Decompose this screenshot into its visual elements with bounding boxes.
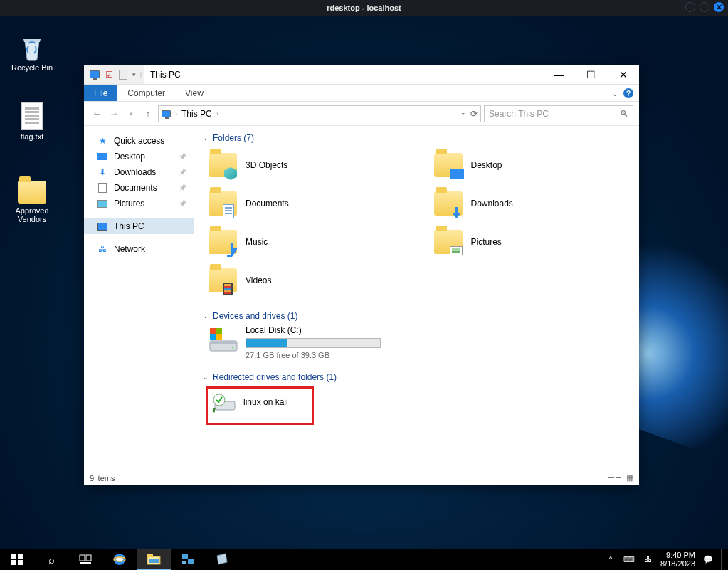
drive-usage-bar: [246, 338, 381, 348]
sidebar-item-label: Quick access: [114, 136, 164, 146]
sidebar-item-desktop[interactable]: Desktop: [84, 149, 194, 164]
chevron-right-icon[interactable]: ›: [216, 110, 218, 117]
ribbon-collapse-icon[interactable]: ⌄: [612, 90, 618, 97]
taskbar-ie-icon[interactable]: [102, 549, 137, 570]
status-bar: 9 items ☰☰ ▦: [84, 470, 639, 485]
redirected-drive-tile[interactable]: linux on kali: [206, 386, 314, 425]
tray-overflow-icon[interactable]: ^: [605, 554, 616, 565]
chevron-down-icon: ⌄: [203, 312, 209, 320]
taskbar-search-icon[interactable]: ⌕: [34, 549, 68, 570]
svg-rect-4: [216, 328, 222, 334]
forward-button[interactable]: →: [107, 107, 121, 121]
recent-locations-icon[interactable]: ▾: [124, 107, 138, 121]
folder-label: Videos: [246, 275, 271, 285]
section-header-redirected[interactable]: ⌄ Redirected drives and folders (1): [203, 369, 631, 385]
maximize-button[interactable]: ☐: [575, 65, 607, 85]
search-input[interactable]: [489, 109, 617, 119]
view-details-icon[interactable]: ☰☰: [608, 473, 622, 482]
ribbon-tab-file[interactable]: File: [84, 85, 117, 101]
folder-tile-pictures[interactable]: Pictures: [434, 224, 631, 260]
clock-date: 8/18/2023: [660, 559, 695, 568]
window-title: This PC: [144, 70, 543, 80]
download-icon: ⬇: [97, 167, 108, 178]
svg-point-2: [232, 347, 234, 349]
sidebar-item-pictures[interactable]: Pictures: [84, 196, 194, 211]
explorer-titlebar[interactable]: ☑ ▾ | This PC — ☐ ✕: [84, 65, 639, 85]
ribbon-tab-view[interactable]: View: [175, 85, 213, 101]
chevron-right-icon[interactable]: ›: [175, 110, 177, 117]
sidebar-item-downloads[interactable]: ⬇ Downloads: [84, 164, 194, 180]
taskbar-explorer-icon[interactable]: [137, 549, 171, 570]
folder-tile-desktop[interactable]: Desktop: [434, 147, 631, 183]
folder-icon: [209, 150, 238, 180]
ribbon: File Computer View ⌄ ?: [84, 85, 639, 102]
sidebar-item-this-pc[interactable]: This PC: [84, 218, 194, 234]
svg-rect-6: [216, 334, 222, 340]
drive-tile-local-disk[interactable]: Local Disk (C:) 27.1 GB free of 39.3 GB: [203, 324, 631, 369]
clock-time: 9:40 PM: [660, 551, 695, 559]
taskbar-clock[interactable]: 9:40 PM 8/18/2023: [660, 551, 695, 568]
this-pc-icon: [97, 221, 108, 232]
folder-tile-3d-objects[interactable]: 3D Objects: [209, 147, 406, 183]
sidebar-item-network[interactable]: 🖧 Network: [84, 241, 194, 257]
start-button[interactable]: [0, 549, 34, 570]
taskbar-app-icon[interactable]: [205, 549, 239, 570]
folder-icon: [209, 189, 238, 218]
desktop-icon-label: Approved Vendors: [4, 206, 60, 223]
sidebar-item-quick-access[interactable]: ★ Quick access: [84, 133, 194, 149]
notifications-icon[interactable]: 💬: [702, 554, 714, 565]
desktop-icon-recycle-bin[interactable]: Recycle Bin: [4, 33, 60, 72]
search-box[interactable]: 🔍︎: [484, 105, 633, 122]
desktop-icon-flag-txt[interactable]: flag.txt: [4, 101, 60, 141]
task-view-icon[interactable]: [68, 549, 102, 570]
star-icon: ★: [97, 135, 108, 147]
minimize-button[interactable]: —: [543, 65, 575, 85]
qat-app-icon[interactable]: [88, 68, 101, 81]
svg-rect-22: [188, 559, 194, 564]
desktop-icon-approved-vendors[interactable]: Approved Vendors: [4, 175, 60, 223]
sidebar-item-label: Documents: [114, 183, 157, 193]
search-icon[interactable]: 🔍︎: [620, 109, 628, 119]
view-large-icon[interactable]: ▦: [626, 473, 633, 482]
qat-properties-icon[interactable]: ☑: [102, 68, 115, 81]
wm-maximize-button[interactable]: [700, 2, 709, 12]
folder-tile-downloads[interactable]: Downloads: [434, 186, 631, 221]
back-button[interactable]: ←: [90, 107, 104, 121]
taskbar-server-manager-icon[interactable]: [171, 549, 205, 570]
folder-tile-music[interactable]: Music: [209, 224, 406, 260]
qat-dropdown-icon[interactable]: ▾: [131, 71, 137, 78]
close-button[interactable]: ✕: [607, 65, 639, 85]
tray-input-icon[interactable]: ⌨: [623, 554, 635, 565]
svg-rect-3: [210, 328, 216, 334]
content-pane[interactable]: ⌄ Folders (7) 3D Objects Desktop Documen…: [194, 126, 639, 470]
picture-icon: [97, 198, 108, 209]
breadcrumb-this-pc[interactable]: This PC: [181, 109, 212, 119]
drive-free-text: 27.1 GB free of 39.3 GB: [246, 351, 381, 359]
sidebar-item-label: Downloads: [114, 167, 156, 177]
refresh-icon[interactable]: ⟳: [470, 109, 478, 119]
up-button[interactable]: ↑: [141, 107, 155, 121]
desktop[interactable]: Recycle Bin flag.txt Approved Vendors ☑ …: [0, 16, 728, 549]
sidebar-item-documents[interactable]: Documents: [84, 180, 194, 196]
section-header-devices[interactable]: ⌄ Devices and drives (1): [203, 308, 631, 324]
svg-rect-14: [86, 555, 91, 561]
show-desktop-button[interactable]: [721, 549, 725, 570]
ribbon-tab-computer[interactable]: Computer: [117, 85, 175, 101]
folder-tile-videos[interactable]: Videos: [209, 263, 406, 298]
address-bar[interactable]: › This PC › ⌄ ⟳: [158, 105, 481, 122]
svg-rect-1: [210, 341, 237, 344]
section-header-folders[interactable]: ⌄ Folders (7): [203, 130, 631, 146]
svg-rect-11: [11, 560, 16, 565]
wm-minimize-button[interactable]: [685, 2, 695, 12]
tray-network-icon[interactable]: 🖧: [642, 554, 653, 565]
navigation-pane: ★ Quick access Desktop ⬇ Downloads Docum…: [84, 126, 194, 470]
explorer-window: ☑ ▾ | This PC — ☐ ✕ File Computer View ⌄…: [84, 65, 639, 485]
qat-newfolder-icon[interactable]: [117, 68, 130, 81]
wm-close-button[interactable]: ✕: [714, 2, 724, 12]
address-dropdown-icon[interactable]: ⌄: [460, 109, 466, 119]
section-title: Redirected drives and folders (1): [213, 372, 337, 382]
folder-icon: [18, 181, 46, 204]
help-icon[interactable]: ?: [623, 88, 633, 98]
folder-icon: [434, 189, 464, 218]
folder-tile-documents[interactable]: Documents: [209, 186, 406, 221]
